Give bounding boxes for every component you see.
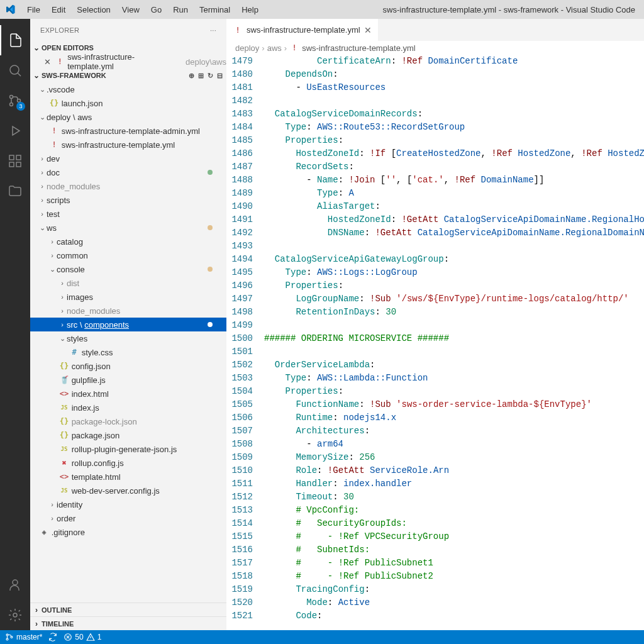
rollup-icon: ✖ <box>59 458 69 467</box>
file-index-html[interactable]: <> index.html <box>30 387 226 401</box>
js-icon: JS <box>59 404 69 411</box>
menu-edit[interactable]: Edit <box>46 3 71 17</box>
folder-test[interactable]: ›test <box>30 207 226 221</box>
folder-identity[interactable]: ›identity <box>30 497 226 511</box>
folder-common[interactable]: ›common <box>30 248 226 262</box>
json-icon: {} <box>59 362 69 370</box>
settings-icon[interactable] <box>0 600 30 630</box>
account-icon[interactable] <box>0 570 30 600</box>
file-webdev-config[interactable]: JS web-dev-server.config.js <box>30 484 226 497</box>
tab-template-yml[interactable]: ! sws-infrastructure-template.yml ✕ <box>226 19 379 41</box>
json-icon: {} <box>49 99 59 108</box>
file-template-html[interactable]: <> template.html <box>30 470 226 484</box>
folder-dist[interactable]: ›dist <box>30 276 226 290</box>
search-icon[interactable] <box>0 55 30 86</box>
more-icon[interactable]: ··· <box>210 26 216 34</box>
folder-scripts[interactable]: ›scripts <box>30 193 226 207</box>
folder-order[interactable]: ›order <box>30 511 226 525</box>
svg-point-1 <box>10 96 13 99</box>
timeline-header[interactable]: ›TIMELINE <box>30 616 226 630</box>
folder-src-components[interactable]: ›src \ components <box>30 318 226 331</box>
folder-ws[interactable]: ⌄ws <box>30 221 226 235</box>
explorer-icon[interactable] <box>0 25 30 55</box>
open-editor-item[interactable]: ✕ ! sws-infrastructure-template.yml depl… <box>30 55 226 69</box>
workspace-header[interactable]: ⌄SWS-FRAMEWORK ⊕ ⊞ ↻ ⊟ <box>30 69 226 82</box>
file-pkg-json[interactable]: {} package.json <box>30 428 226 442</box>
file-admin-yml[interactable]: ! sws-infrastructure-template-admin.yml <box>30 124 226 138</box>
close-icon[interactable]: ✕ <box>43 57 53 67</box>
file-style-css[interactable]: # style.css <box>30 345 226 359</box>
git-icon: ◈ <box>39 528 49 536</box>
source-control-icon[interactable]: 3 <box>0 86 30 116</box>
problems-indicator[interactable]: 50 1 <box>64 633 101 641</box>
menu-file[interactable]: File <box>21 3 46 17</box>
run-debug-icon[interactable] <box>0 116 30 146</box>
sidebar-title: EXPLORER··· <box>30 19 226 41</box>
svg-point-8 <box>13 580 18 585</box>
file-config-json[interactable]: {} config.json <box>30 359 226 373</box>
extensions-icon[interactable] <box>0 146 30 176</box>
folder-dev[interactable]: ›dev <box>30 152 226 165</box>
js-icon: JS <box>59 446 69 452</box>
refresh-icon[interactable]: ↻ <box>208 72 213 80</box>
code-editor[interactable]: 1479148014811482148314841485148614871488… <box>226 55 644 630</box>
editor-area: ! sws-infrastructure-template.yml ✕ depl… <box>226 19 644 630</box>
sync-icon[interactable] <box>48 633 57 641</box>
folder-images[interactable]: ›images <box>30 290 226 304</box>
editor-tabs: ! sws-infrastructure-template.yml ✕ <box>226 19 644 41</box>
svg-point-10 <box>6 634 8 636</box>
menu-selection[interactable]: Selection <box>71 3 116 17</box>
file-launch-json[interactable]: {} launch.json <box>30 96 226 110</box>
svg-rect-7 <box>16 155 21 160</box>
menu-help[interactable]: Help <box>236 3 264 17</box>
status-bar: master* 50 1 <box>0 630 644 644</box>
breadcrumbs[interactable]: deploy› aws› ! sws-infrastructure-templa… <box>226 41 644 55</box>
new-folder-icon[interactable]: ⊞ <box>198 72 204 80</box>
folder-vscode[interactable]: ⌄.vscode <box>30 82 226 96</box>
yaml-icon: ! <box>49 126 59 135</box>
folder-icon[interactable] <box>0 176 30 206</box>
menu-go[interactable]: Go <box>145 3 167 17</box>
svg-point-2 <box>10 103 13 106</box>
file-pkg-lock[interactable]: {} package-lock.json <box>30 414 226 428</box>
json-icon: {} <box>59 417 69 426</box>
scm-badge: 3 <box>16 102 25 111</box>
html-icon: <> <box>59 389 69 398</box>
yaml-icon: ! <box>289 43 299 52</box>
svg-point-11 <box>6 638 8 640</box>
yaml-icon: ! <box>55 57 65 66</box>
menu-terminal[interactable]: Terminal <box>194 3 236 17</box>
folder-styles[interactable]: ⌄styles <box>30 331 226 345</box>
svg-point-12 <box>11 636 13 638</box>
folder-nm2[interactable]: ›node_modules <box>30 304 226 318</box>
window-title: sws-infrastructure-template.yml - sws-fr… <box>264 5 639 14</box>
html-icon: <> <box>59 472 69 481</box>
branch-indicator[interactable]: master* <box>5 633 42 641</box>
menubar: FileEditSelectionViewGoRunTerminalHelp <box>21 3 264 17</box>
file-gitignore[interactable]: ◈ .gitignore <box>30 525 226 539</box>
file-rollup-config[interactable]: ✖ rollup.config.js <box>30 456 226 470</box>
outline-header[interactable]: ›OUTLINE <box>30 602 226 616</box>
folder-console[interactable]: ⌄console <box>30 262 226 276</box>
gulp-icon: 🥤 <box>59 375 69 384</box>
menu-run[interactable]: Run <box>167 3 194 17</box>
file-gulpfile[interactable]: 🥤 gulpfile.js <box>30 373 226 387</box>
file-rollup-plugin[interactable]: JS rollup-plugin-generate-json.js <box>30 442 226 456</box>
code-content[interactable]: CertificateArn: !Ref DomainCertificate D… <box>264 55 644 630</box>
svg-point-0 <box>10 65 19 74</box>
svg-rect-6 <box>16 162 21 167</box>
folder-deploy-aws[interactable]: ⌄deploy \ aws <box>30 110 226 124</box>
sidebar: EXPLORER··· ⌄OPEN EDITORS ✕ ! sws-infras… <box>30 19 226 630</box>
file-template-yml[interactable]: ! sws-infrastructure-template.yml <box>30 138 226 152</box>
collapse-icon[interactable]: ⊟ <box>217 72 223 80</box>
new-file-icon[interactable]: ⊕ <box>189 72 194 80</box>
js-icon: JS <box>59 487 69 494</box>
line-gutter: 1479148014811482148314841485148614871488… <box>226 55 264 630</box>
yaml-icon: ! <box>233 26 243 35</box>
folder-node-modules[interactable]: ›node_modules <box>30 179 226 193</box>
folder-doc[interactable]: ›doc <box>30 165 226 179</box>
close-tab-icon[interactable]: ✕ <box>364 25 372 35</box>
folder-catalog[interactable]: ›catalog <box>30 235 226 248</box>
menu-view[interactable]: View <box>116 3 145 17</box>
file-index-js[interactable]: JS index.js <box>30 401 226 414</box>
